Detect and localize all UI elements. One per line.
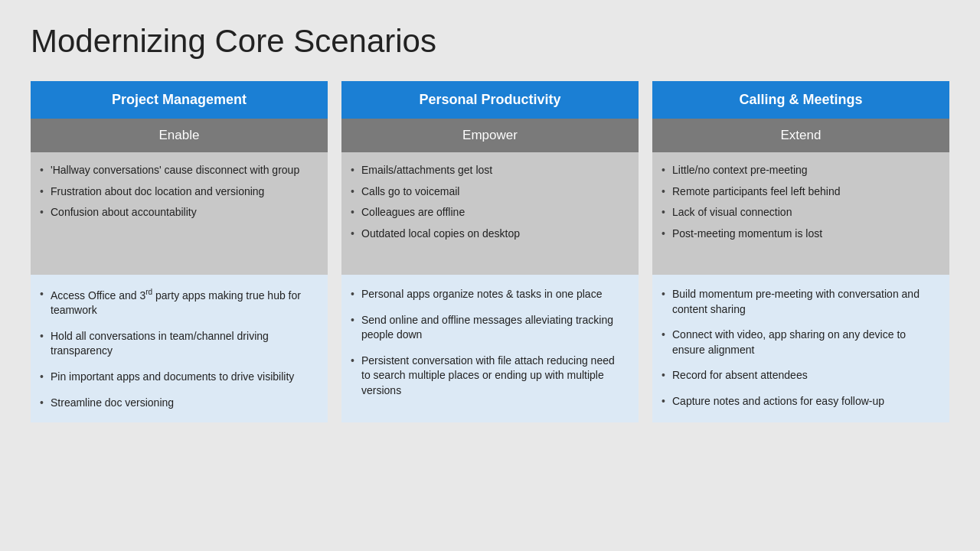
solutions-personal-productivity: Personal apps organize notes & tasks in … [341,275,639,422]
main-grid: Project ManagementEnable'Hallway convers… [31,81,949,422]
column-personal-productivity: Personal ProductivityEmpowerEmails/attac… [341,81,639,422]
header-calling-meetings: Calling & Meetings [652,81,949,119]
solution-item-personal-productivity-2: Persistent conversation with file attach… [349,354,626,399]
problem-item-calling-meetings-2: Lack of visual connection [660,205,937,220]
solution-item-project-management-1: Hold all conversations in team/channel d… [38,329,315,359]
subheader-project-management: Enable [31,119,328,152]
problems-calling-meetings: Little/no context pre-meetingRemote part… [652,152,949,275]
page-title: Modernizing Core Scenarios [31,23,949,60]
problems-personal-productivity: Emails/attachments get lostCalls go to v… [341,152,639,275]
subheader-personal-productivity: Empower [341,119,639,152]
solutions-calling-meetings: Build momentum pre-meeting with conversa… [652,275,949,422]
header-project-management: Project Management [31,81,328,119]
problem-item-personal-productivity-3: Outdated local copies on desktop [349,227,626,242]
solution-item-personal-productivity-1: Send online and offline messages allevia… [349,313,626,343]
solution-item-calling-meetings-2: Record for absent attendees [660,368,937,383]
problem-item-personal-productivity-0: Emails/attachments get lost [349,163,626,178]
problem-item-personal-productivity-2: Colleagues are offline [349,205,626,220]
solution-item-calling-meetings-1: Connect with video, app sharing on any d… [660,328,937,357]
problem-item-project-management-2: Confusion about accountability [38,205,315,220]
solution-item-project-management-0: Access Office and 3rd party apps making … [38,287,315,318]
problem-item-personal-productivity-1: Calls go to voicemail [349,184,626,200]
column-calling-meetings: Calling & MeetingsExtendLittle/no contex… [652,81,949,422]
problem-item-calling-meetings-1: Remote participants feel left behind [660,184,937,200]
header-personal-productivity: Personal Productivity [341,81,639,119]
subheader-calling-meetings: Extend [652,119,949,152]
solution-item-project-management-2: Pin important apps and documents to driv… [38,370,315,385]
problem-item-project-management-1: Frustration about doc location and versi… [38,184,315,200]
problem-item-project-management-0: 'Hallway conversations' cause disconnect… [38,163,315,178]
solution-item-personal-productivity-0: Personal apps organize notes & tasks in … [349,287,626,302]
solutions-project-management: Access Office and 3rd party apps making … [31,275,328,422]
solution-item-calling-meetings-3: Capture notes and actions for easy follo… [660,394,937,409]
problems-project-management: 'Hallway conversations' cause disconnect… [31,152,328,275]
solution-item-project-management-3: Streamline doc versioning [38,396,315,411]
problem-item-calling-meetings-0: Little/no context pre-meeting [660,163,937,178]
problem-item-calling-meetings-3: Post-meeting momentum is lost [660,227,937,242]
solution-item-calling-meetings-0: Build momentum pre-meeting with conversa… [660,287,937,317]
column-project-management: Project ManagementEnable'Hallway convers… [31,81,328,422]
